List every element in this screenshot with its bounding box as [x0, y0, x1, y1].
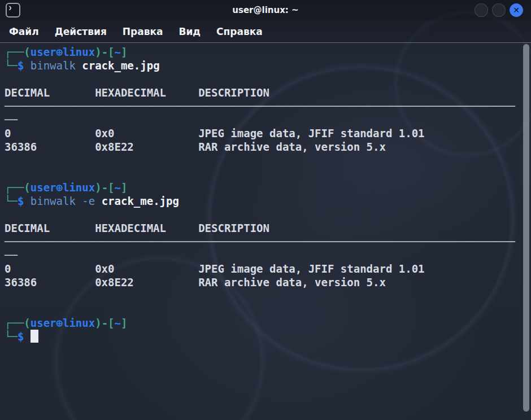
prompt-cwd: ~ — [115, 317, 121, 329]
scrollbar-thumb[interactable] — [523, 44, 529, 412]
prompt-host: linux — [63, 317, 95, 329]
prompt-frame: )-[ — [95, 181, 114, 194]
maximize-button[interactable] — [492, 3, 506, 17]
titlebar[interactable]: ❯ user@linux: ~ ✕ — [0, 0, 531, 20]
command-binary: binwalk — [31, 59, 82, 72]
terminal-cursor — [31, 330, 38, 343]
terminal-icon: ❯ — [6, 3, 20, 18]
prompt-dollar: $ — [18, 195, 31, 207]
blank-line — [5, 303, 517, 316]
prompt-frame: )-[ — [95, 317, 114, 329]
command-flag: -e — [82, 195, 101, 207]
output-header: DECIMAL HEXADECIMAL DESCRIPTION — [5, 221, 517, 235]
prompt-host: linux — [63, 181, 95, 194]
output-row: 0 0x0 JPEG image data, JFIF standard 1.0… — [5, 262, 517, 275]
prompt-dollar: $ — [18, 330, 31, 343]
menu-item-actions[interactable]: Действия — [55, 26, 107, 37]
output-separator-wrap: ── — [5, 113, 517, 126]
prompt-user: user — [31, 46, 56, 58]
menu-item-edit[interactable]: Правка — [123, 26, 163, 37]
prompt-frame: ] — [121, 181, 127, 194]
prompt-line: ┌──(user⊕linux)-[~] — [5, 181, 517, 194]
prompt-host: linux — [63, 46, 95, 58]
command-target: crack_me.jpg — [82, 59, 159, 72]
command-target: crack_me.jpg — [102, 195, 179, 207]
terminal-window: ❯ user@linux: ~ ✕ Файл Действия Правка В… — [0, 0, 531, 420]
prompt-glyph: ❯ — [8, 5, 12, 11]
blank-line — [5, 154, 517, 167]
window-title: user@linux: ~ — [0, 5, 531, 15]
prompt-line: ┌──(user⊕linux)-[~] — [5, 45, 517, 59]
close-icon: ✕ — [513, 6, 520, 14]
command-line: └─$ binwalk -e crack_me.jpg — [5, 194, 517, 208]
prompt-line: ┌──(user⊕linux)-[~] — [5, 316, 517, 330]
prompt-dollar: $ — [18, 59, 31, 72]
menubar: Файл Действия Правка Вид Справка — [0, 20, 531, 43]
prompt-user: user — [31, 317, 56, 329]
prompt-frame: ] — [121, 317, 127, 329]
output-row: 36386 0x8E22 RAR archive data, version 5… — [5, 275, 517, 289]
window-controls: ✕ — [475, 3, 523, 17]
menu-item-view[interactable]: Вид — [179, 26, 201, 37]
prompt-cwd: ~ — [115, 181, 121, 194]
prompt-frame: ┌──( — [5, 46, 31, 58]
output-row: 36386 0x8E22 RAR archive data, version 5… — [5, 140, 517, 154]
minimize-button[interactable] — [475, 3, 488, 17]
prompt-frame: )-[ — [95, 46, 114, 58]
blank-line — [5, 72, 517, 86]
blank-line — [5, 167, 517, 181]
at-symbol-icon: ⊕ — [56, 46, 63, 58]
prompt-frame: └─ — [5, 59, 18, 72]
prompt-cwd: ~ — [115, 46, 121, 58]
scrollbar[interactable] — [523, 44, 529, 417]
output-separator: ────────────────────────────────────────… — [5, 235, 517, 248]
close-button[interactable]: ✕ — [510, 3, 523, 17]
blank-line — [5, 208, 517, 221]
output-separator: ────────────────────────────────────────… — [5, 99, 517, 113]
active-prompt-line[interactable]: └─$ — [5, 330, 517, 343]
at-symbol-icon: ⊕ — [56, 317, 63, 329]
prompt-frame: ] — [121, 46, 127, 58]
terminal-screen[interactable]: ┌──(user⊕linux)-[~] └─$ binwalk crack_me… — [0, 43, 531, 419]
prompt-frame: ┌──( — [5, 181, 31, 194]
command-binary: binwalk — [31, 195, 82, 207]
command-line: └─$ binwalk crack_me.jpg — [5, 59, 517, 72]
output-separator-wrap: ── — [5, 248, 517, 262]
menu-item-help[interactable]: Справка — [216, 26, 263, 37]
prompt-frame: └─ — [5, 195, 18, 207]
prompt-user: user — [31, 181, 56, 194]
output-row: 0 0x0 JPEG image data, JFIF standard 1.0… — [5, 126, 517, 140]
output-header: DECIMAL HEXADECIMAL DESCRIPTION — [5, 86, 517, 99]
blank-line — [5, 289, 517, 303]
prompt-frame: └─ — [5, 330, 18, 343]
menu-item-file[interactable]: Файл — [9, 26, 39, 37]
at-symbol-icon: ⊕ — [56, 181, 63, 194]
prompt-frame: ┌──( — [5, 317, 31, 329]
